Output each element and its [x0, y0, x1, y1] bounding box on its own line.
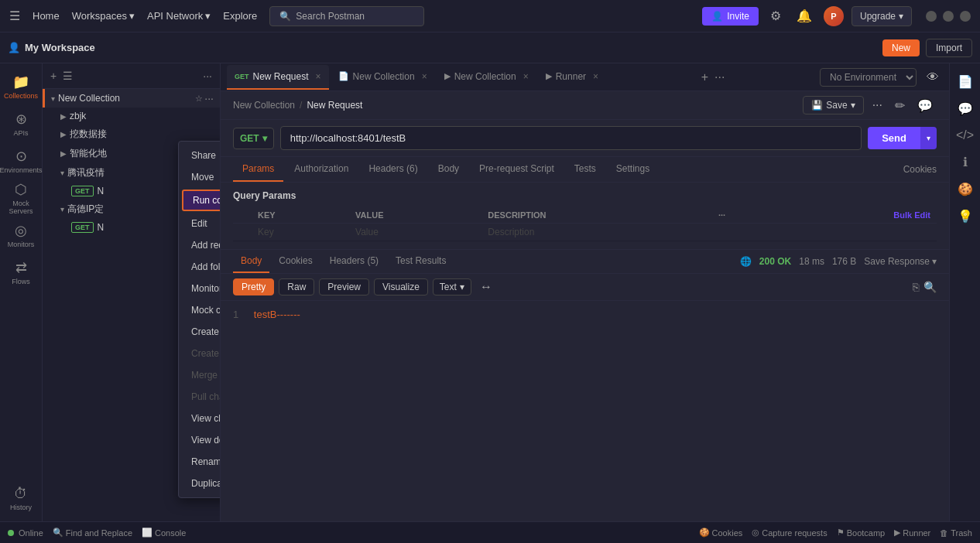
tab-more-button[interactable]: ··· [713, 69, 726, 86]
upgrade-button[interactable]: Upgrade ▾ [852, 6, 912, 26]
url-input[interactable] [280, 126, 862, 150]
sidebar-item-environments[interactable]: ⊙ Environments [4, 144, 38, 178]
save-button[interactable]: 💾 Save ▾ [803, 96, 863, 114]
close-tab-icon[interactable]: × [422, 71, 427, 82]
sidebar-item-apis[interactable]: ⊛ APIs [4, 107, 38, 141]
comment-icon[interactable]: 💬 [913, 97, 937, 114]
req-tab-body[interactable]: Body [429, 157, 468, 182]
console-link[interactable]: ⬜ Console [142, 528, 186, 538]
resp-tab-cookies[interactable]: Cookies [271, 250, 320, 273]
breadcrumb-collection-link[interactable]: New Collection [233, 100, 295, 111]
req-tab-settings[interactable]: Settings [607, 157, 659, 182]
ctx-share[interactable]: Share [179, 145, 221, 166]
online-status[interactable]: Online [8, 528, 43, 538]
resp-tab-body[interactable]: Body [233, 250, 269, 273]
new-button[interactable]: New [882, 39, 920, 56]
pretty-button[interactable]: Pretty [233, 278, 274, 295]
ctx-add-folder[interactable]: Add folder [179, 256, 221, 278]
minimize-button[interactable]: — [926, 11, 937, 22]
star-icon[interactable]: ☆ [195, 94, 203, 104]
save-response-button[interactable]: Save Response ▾ [864, 256, 937, 267]
trash-link[interactable]: 🗑 Trash [940, 528, 972, 538]
cookies-status-link[interactable]: 🍪 Cookies [699, 528, 743, 538]
sidebar-item-collections[interactable]: 📁 Collections [4, 70, 38, 104]
raw-button[interactable]: Raw [279, 278, 314, 295]
collection-new[interactable]: ▾ New Collection ☆ ··· [43, 89, 220, 108]
menu-icon[interactable]: ☰ [9, 9, 20, 23]
bell-icon[interactable]: 🔔 [793, 7, 816, 25]
close-tab-icon[interactable]: × [316, 71, 321, 82]
req-tab-params[interactable]: Params [233, 157, 283, 182]
right-sidebar-doc-icon[interactable]: 📄 [953, 70, 978, 94]
ctx-edit[interactable]: Edit [179, 213, 221, 234]
close-tab-icon[interactable]: × [593, 71, 598, 82]
environment-icon[interactable]: 👁 [923, 69, 943, 86]
filter-button[interactable]: ☰ [61, 68, 74, 84]
ctx-create-fork[interactable]: Create a fork Ctrl+Alt+F [179, 321, 221, 343]
settings-icon[interactable]: ⚙ [766, 7, 785, 25]
invite-button[interactable]: 👤 Invite [702, 7, 759, 26]
ctx-mock-collection[interactable]: Mock collection [179, 299, 221, 321]
sidebar-item-flows[interactable]: ⇄ Flows [4, 255, 38, 289]
wrap-lines-icon[interactable]: ↔ [476, 278, 496, 295]
capture-link[interactable]: ◎ Capture requests [752, 528, 827, 538]
collection-item-zbjk[interactable]: ▶ zbjk [43, 108, 220, 125]
tab-runner[interactable]: ▶ Runner × [538, 65, 606, 90]
add-collection-button[interactable]: + [49, 68, 58, 84]
resp-tab-test-results[interactable]: Test Results [388, 250, 454, 273]
req-tab-pre-request[interactable]: Pre-request Script [470, 157, 564, 182]
cookies-link[interactable]: Cookies [903, 164, 937, 175]
req-tab-headers[interactable]: Headers (6) [359, 157, 427, 182]
add-tab-button[interactable]: + [700, 69, 710, 86]
ctx-monitor-collection[interactable]: Monitor collection [179, 278, 221, 299]
ctx-run-collection[interactable]: Run collection [182, 190, 221, 211]
search-bar[interactable]: 🔍 Search Postman [269, 6, 424, 26]
avatar[interactable]: P [824, 6, 844, 26]
right-sidebar-code-icon[interactable]: </> [951, 124, 978, 147]
save-dropdown-icon[interactable]: ▾ [851, 100, 855, 111]
copy-response-button[interactable]: ⎘ [913, 281, 919, 293]
req-tab-tests[interactable]: Tests [565, 157, 605, 182]
tab-new-request[interactable]: GET New Request × [227, 65, 329, 90]
nav-explore[interactable]: Explore [223, 10, 257, 22]
ctx-move[interactable]: Move [179, 166, 221, 188]
ctx-view-docs[interactable]: View documentation [179, 429, 221, 451]
sidebar-item-history[interactable]: ⏱ History [4, 481, 38, 515]
right-sidebar-info-icon[interactable]: ℹ [958, 150, 972, 174]
runner-link[interactable]: ▶ Runner [894, 528, 930, 538]
visualize-button[interactable]: Visualize [374, 278, 428, 295]
text-type-select[interactable]: Text ▾ [433, 278, 471, 295]
edit-icon[interactable]: ✏ [891, 97, 909, 114]
key-placeholder[interactable]: Key [252, 224, 349, 241]
desc-placeholder[interactable]: Description [481, 224, 712, 241]
environment-select[interactable]: No Environment [820, 68, 917, 87]
sidebar-more-button[interactable]: ··· [201, 68, 214, 84]
right-sidebar-comment-icon[interactable]: 💬 [953, 97, 978, 121]
more-options-icon[interactable]: ··· [869, 97, 886, 114]
ctx-add-request[interactable]: Add request [179, 234, 221, 256]
nav-api-network[interactable]: API Network ▾ [147, 10, 211, 22]
req-tab-authorization[interactable]: Authorization [285, 157, 358, 182]
maximize-button[interactable]: □ [943, 11, 954, 22]
resp-tab-headers[interactable]: Headers (5) [322, 250, 386, 273]
nav-workspaces[interactable]: Workspaces ▾ [72, 10, 135, 22]
collection-more-icon[interactable]: ··· [204, 92, 214, 104]
value-placeholder[interactable]: Value [349, 224, 481, 241]
search-response-button[interactable]: 🔍 [923, 281, 937, 293]
close-button[interactable]: × [960, 11, 971, 22]
method-select[interactable]: GET ▾ [233, 128, 274, 149]
bulk-edit-header[interactable]: Bulk Edit [776, 207, 937, 224]
right-sidebar-cookie-icon[interactable]: 🍪 [953, 177, 978, 201]
ctx-duplicate[interactable]: Duplicate Ctrl+D [179, 473, 221, 494]
send-button[interactable]: Send [868, 127, 920, 149]
tab-new-collection-1[interactable]: 📄 New Collection × [331, 65, 435, 90]
import-button[interactable]: Import [926, 39, 972, 57]
tab-new-collection-2[interactable]: ▶ New Collection × [437, 65, 536, 90]
send-dropdown-button[interactable]: ▾ [920, 127, 937, 149]
ctx-rename[interactable]: Rename Ctrl+E [179, 451, 221, 473]
right-sidebar-lightbulb-icon[interactable]: 💡 [953, 204, 978, 228]
close-tab-icon[interactable]: × [523, 71, 529, 82]
ctx-view-changelog[interactable]: View changelog [179, 408, 221, 429]
sidebar-item-monitors[interactable]: ◎ Monitors [4, 218, 38, 252]
sidebar-item-mock-servers[interactable]: ⬡ Mock Servers [4, 181, 38, 215]
